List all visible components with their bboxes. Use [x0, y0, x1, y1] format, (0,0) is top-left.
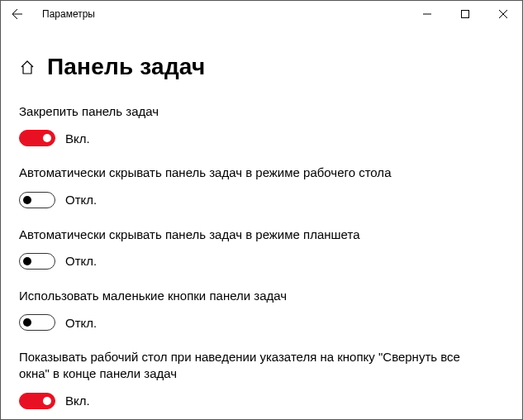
setting-item: Закрепить панель задачВкл. — [19, 103, 504, 146]
setting-item: Автоматически скрывать панель задач в ре… — [19, 227, 504, 270]
titlebar: Параметры — [1, 1, 522, 27]
setting-item: Использовать маленькие кнопки панели зад… — [19, 288, 504, 331]
toggle-state-label: Откл. — [65, 254, 97, 268]
header: Панель задач — [19, 54, 504, 80]
toggle-row: Откл. — [19, 314, 504, 331]
toggle-switch[interactable] — [19, 314, 55, 331]
setting-item: Показывать рабочий стол при наведении ук… — [19, 349, 504, 409]
toggle-knob — [23, 196, 31, 204]
toggle-state-label: Вкл. — [65, 131, 90, 146]
svg-rect-1 — [462, 11, 469, 18]
maximize-button[interactable] — [446, 1, 484, 27]
close-button[interactable] — [484, 1, 522, 27]
close-icon — [499, 10, 507, 18]
maximize-icon — [461, 10, 469, 18]
titlebar-left: Параметры — [7, 4, 408, 24]
minimize-button[interactable] — [408, 1, 446, 27]
toggle-row: Откл. — [19, 192, 504, 208]
setting-label: Показывать рабочий стол при наведении ук… — [19, 349, 482, 383]
toggle-knob — [43, 397, 51, 405]
settings-list: Закрепить панель задачВкл.Автоматически … — [19, 103, 504, 409]
page-title: Панель задач — [47, 54, 205, 80]
window-title: Параметры — [42, 8, 95, 20]
toggle-knob — [23, 318, 31, 327]
toggle-knob — [43, 134, 51, 142]
minimize-icon — [423, 10, 431, 18]
toggle-switch[interactable] — [19, 192, 55, 208]
setting-label: Использовать маленькие кнопки панели зад… — [19, 288, 482, 304]
toggle-switch[interactable] — [19, 130, 55, 146]
content: Панель задач Закрепить панель задачВкл.А… — [1, 27, 522, 420]
setting-item: Автоматически скрывать панель задач в ре… — [19, 165, 504, 208]
home-icon[interactable] — [19, 59, 36, 75]
toggle-knob — [23, 257, 31, 265]
home-glyph-icon — [19, 59, 36, 75]
toggle-row: Вкл. — [19, 393, 504, 409]
back-arrow-icon — [11, 7, 24, 21]
setting-label: Автоматически скрывать панель задач в ре… — [19, 165, 482, 181]
setting-label: Закрепить панель задач — [19, 103, 482, 120]
toggle-state-label: Откл. — [65, 193, 97, 207]
toggle-row: Вкл. — [19, 130, 504, 146]
toggle-state-label: Откл. — [65, 316, 97, 330]
toggle-state-label: Вкл. — [65, 394, 90, 408]
back-button[interactable] — [7, 4, 27, 24]
setting-label: Автоматически скрывать панель задач в ре… — [19, 227, 482, 243]
toggle-row: Откл. — [19, 253, 504, 270]
toggle-switch[interactable] — [19, 253, 55, 270]
window-controls — [408, 1, 522, 27]
toggle-switch[interactable] — [19, 393, 55, 409]
